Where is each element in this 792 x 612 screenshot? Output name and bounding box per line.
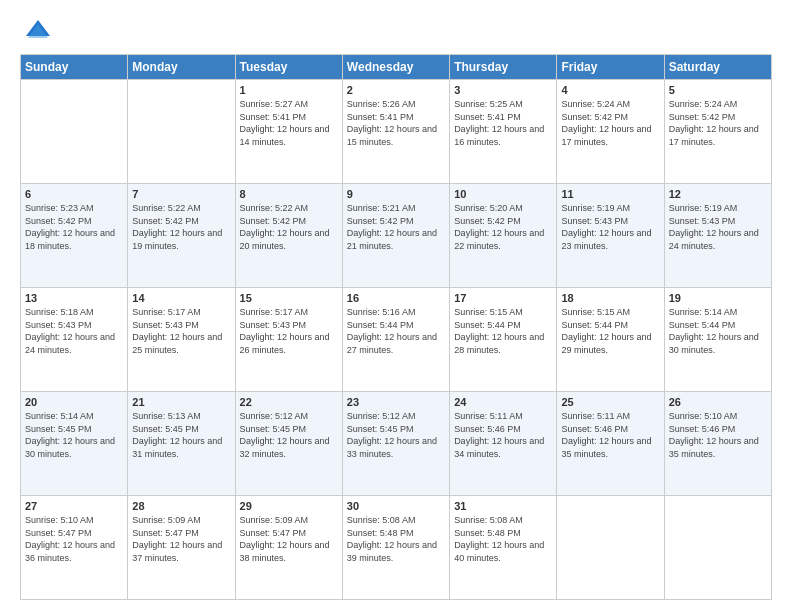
calendar-cell: 17Sunrise: 5:15 AM Sunset: 5:44 PM Dayli… <box>450 288 557 392</box>
day-number: 11 <box>561 188 659 200</box>
calendar-cell: 31Sunrise: 5:08 AM Sunset: 5:48 PM Dayli… <box>450 496 557 600</box>
day-info: Sunrise: 5:14 AM Sunset: 5:45 PM Dayligh… <box>25 410 123 460</box>
calendar-cell: 5Sunrise: 5:24 AM Sunset: 5:42 PM Daylig… <box>664 80 771 184</box>
calendar-cell: 26Sunrise: 5:10 AM Sunset: 5:46 PM Dayli… <box>664 392 771 496</box>
day-number: 8 <box>240 188 338 200</box>
calendar-cell: 18Sunrise: 5:15 AM Sunset: 5:44 PM Dayli… <box>557 288 664 392</box>
logo <box>20 16 52 44</box>
day-info: Sunrise: 5:26 AM Sunset: 5:41 PM Dayligh… <box>347 98 445 148</box>
day-info: Sunrise: 5:16 AM Sunset: 5:44 PM Dayligh… <box>347 306 445 356</box>
day-number: 20 <box>25 396 123 408</box>
day-number: 27 <box>25 500 123 512</box>
calendar-cell: 8Sunrise: 5:22 AM Sunset: 5:42 PM Daylig… <box>235 184 342 288</box>
calendar-day-header: Saturday <box>664 55 771 80</box>
day-number: 23 <box>347 396 445 408</box>
day-info: Sunrise: 5:12 AM Sunset: 5:45 PM Dayligh… <box>347 410 445 460</box>
day-info: Sunrise: 5:19 AM Sunset: 5:43 PM Dayligh… <box>561 202 659 252</box>
day-info: Sunrise: 5:20 AM Sunset: 5:42 PM Dayligh… <box>454 202 552 252</box>
day-number: 12 <box>669 188 767 200</box>
day-info: Sunrise: 5:15 AM Sunset: 5:44 PM Dayligh… <box>454 306 552 356</box>
page: SundayMondayTuesdayWednesdayThursdayFrid… <box>0 0 792 612</box>
day-info: Sunrise: 5:13 AM Sunset: 5:45 PM Dayligh… <box>132 410 230 460</box>
day-number: 30 <box>347 500 445 512</box>
calendar-cell: 11Sunrise: 5:19 AM Sunset: 5:43 PM Dayli… <box>557 184 664 288</box>
calendar-cell: 7Sunrise: 5:22 AM Sunset: 5:42 PM Daylig… <box>128 184 235 288</box>
day-number: 2 <box>347 84 445 96</box>
calendar-week-row: 1Sunrise: 5:27 AM Sunset: 5:41 PM Daylig… <box>21 80 772 184</box>
day-number: 3 <box>454 84 552 96</box>
day-info: Sunrise: 5:25 AM Sunset: 5:41 PM Dayligh… <box>454 98 552 148</box>
day-number: 18 <box>561 292 659 304</box>
day-number: 19 <box>669 292 767 304</box>
calendar-cell: 22Sunrise: 5:12 AM Sunset: 5:45 PM Dayli… <box>235 392 342 496</box>
calendar-day-header: Friday <box>557 55 664 80</box>
day-info: Sunrise: 5:22 AM Sunset: 5:42 PM Dayligh… <box>132 202 230 252</box>
day-number: 31 <box>454 500 552 512</box>
calendar-cell: 19Sunrise: 5:14 AM Sunset: 5:44 PM Dayli… <box>664 288 771 392</box>
day-info: Sunrise: 5:27 AM Sunset: 5:41 PM Dayligh… <box>240 98 338 148</box>
day-number: 22 <box>240 396 338 408</box>
day-number: 16 <box>347 292 445 304</box>
calendar-cell: 13Sunrise: 5:18 AM Sunset: 5:43 PM Dayli… <box>21 288 128 392</box>
day-info: Sunrise: 5:22 AM Sunset: 5:42 PM Dayligh… <box>240 202 338 252</box>
calendar-cell: 15Sunrise: 5:17 AM Sunset: 5:43 PM Dayli… <box>235 288 342 392</box>
day-number: 21 <box>132 396 230 408</box>
calendar-cell: 29Sunrise: 5:09 AM Sunset: 5:47 PM Dayli… <box>235 496 342 600</box>
day-number: 14 <box>132 292 230 304</box>
day-number: 1 <box>240 84 338 96</box>
calendar-day-header: Thursday <box>450 55 557 80</box>
calendar-cell <box>557 496 664 600</box>
day-info: Sunrise: 5:24 AM Sunset: 5:42 PM Dayligh… <box>669 98 767 148</box>
calendar-cell: 27Sunrise: 5:10 AM Sunset: 5:47 PM Dayli… <box>21 496 128 600</box>
logo-icon <box>24 16 52 44</box>
day-number: 17 <box>454 292 552 304</box>
calendar-cell: 24Sunrise: 5:11 AM Sunset: 5:46 PM Dayli… <box>450 392 557 496</box>
day-info: Sunrise: 5:17 AM Sunset: 5:43 PM Dayligh… <box>132 306 230 356</box>
day-number: 4 <box>561 84 659 96</box>
calendar-cell: 10Sunrise: 5:20 AM Sunset: 5:42 PM Dayli… <box>450 184 557 288</box>
calendar-cell: 2Sunrise: 5:26 AM Sunset: 5:41 PM Daylig… <box>342 80 449 184</box>
calendar-week-row: 13Sunrise: 5:18 AM Sunset: 5:43 PM Dayli… <box>21 288 772 392</box>
day-info: Sunrise: 5:18 AM Sunset: 5:43 PM Dayligh… <box>25 306 123 356</box>
day-info: Sunrise: 5:09 AM Sunset: 5:47 PM Dayligh… <box>240 514 338 564</box>
calendar-week-row: 27Sunrise: 5:10 AM Sunset: 5:47 PM Dayli… <box>21 496 772 600</box>
calendar-day-header: Sunday <box>21 55 128 80</box>
day-info: Sunrise: 5:08 AM Sunset: 5:48 PM Dayligh… <box>454 514 552 564</box>
calendar-day-header: Monday <box>128 55 235 80</box>
day-number: 13 <box>25 292 123 304</box>
day-info: Sunrise: 5:10 AM Sunset: 5:46 PM Dayligh… <box>669 410 767 460</box>
calendar-cell: 6Sunrise: 5:23 AM Sunset: 5:42 PM Daylig… <box>21 184 128 288</box>
calendar-header-row: SundayMondayTuesdayWednesdayThursdayFrid… <box>21 55 772 80</box>
header <box>20 16 772 44</box>
calendar-cell: 4Sunrise: 5:24 AM Sunset: 5:42 PM Daylig… <box>557 80 664 184</box>
day-info: Sunrise: 5:19 AM Sunset: 5:43 PM Dayligh… <box>669 202 767 252</box>
day-number: 9 <box>347 188 445 200</box>
day-info: Sunrise: 5:21 AM Sunset: 5:42 PM Dayligh… <box>347 202 445 252</box>
calendar-day-header: Wednesday <box>342 55 449 80</box>
calendar-cell: 20Sunrise: 5:14 AM Sunset: 5:45 PM Dayli… <box>21 392 128 496</box>
calendar-cell <box>128 80 235 184</box>
day-info: Sunrise: 5:09 AM Sunset: 5:47 PM Dayligh… <box>132 514 230 564</box>
calendar-cell: 28Sunrise: 5:09 AM Sunset: 5:47 PM Dayli… <box>128 496 235 600</box>
calendar-table: SundayMondayTuesdayWednesdayThursdayFrid… <box>20 54 772 600</box>
calendar-cell <box>21 80 128 184</box>
day-info: Sunrise: 5:11 AM Sunset: 5:46 PM Dayligh… <box>561 410 659 460</box>
calendar-day-header: Tuesday <box>235 55 342 80</box>
day-info: Sunrise: 5:11 AM Sunset: 5:46 PM Dayligh… <box>454 410 552 460</box>
day-number: 26 <box>669 396 767 408</box>
day-number: 25 <box>561 396 659 408</box>
day-info: Sunrise: 5:10 AM Sunset: 5:47 PM Dayligh… <box>25 514 123 564</box>
day-info: Sunrise: 5:17 AM Sunset: 5:43 PM Dayligh… <box>240 306 338 356</box>
calendar-cell: 30Sunrise: 5:08 AM Sunset: 5:48 PM Dayli… <box>342 496 449 600</box>
day-number: 28 <box>132 500 230 512</box>
day-info: Sunrise: 5:23 AM Sunset: 5:42 PM Dayligh… <box>25 202 123 252</box>
day-info: Sunrise: 5:24 AM Sunset: 5:42 PM Dayligh… <box>561 98 659 148</box>
calendar-cell: 1Sunrise: 5:27 AM Sunset: 5:41 PM Daylig… <box>235 80 342 184</box>
day-info: Sunrise: 5:14 AM Sunset: 5:44 PM Dayligh… <box>669 306 767 356</box>
calendar-cell: 16Sunrise: 5:16 AM Sunset: 5:44 PM Dayli… <box>342 288 449 392</box>
calendar-cell: 21Sunrise: 5:13 AM Sunset: 5:45 PM Dayli… <box>128 392 235 496</box>
calendar-cell: 23Sunrise: 5:12 AM Sunset: 5:45 PM Dayli… <box>342 392 449 496</box>
day-number: 24 <box>454 396 552 408</box>
day-number: 15 <box>240 292 338 304</box>
calendar-cell <box>664 496 771 600</box>
